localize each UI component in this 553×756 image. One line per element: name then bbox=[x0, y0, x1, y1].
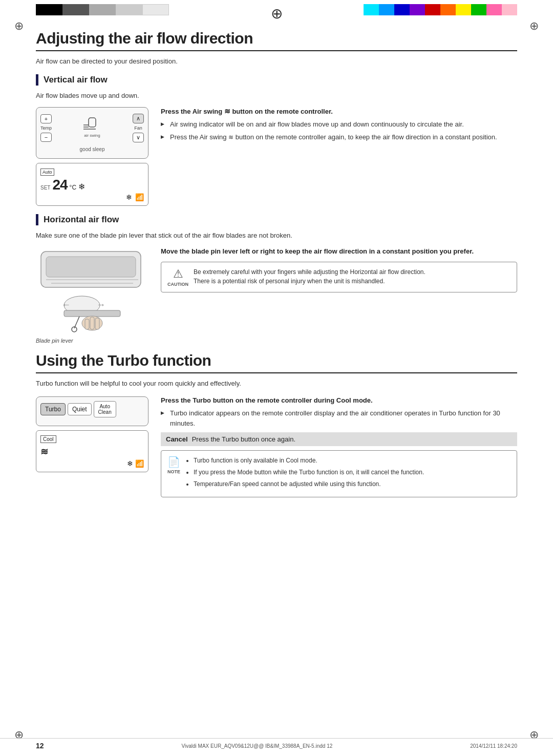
swatch-cyan bbox=[364, 4, 379, 15]
remote-display: Auto SET 24 °C ❄ ❄ 📶 bbox=[36, 163, 148, 206]
swatch-mid-gray bbox=[89, 4, 116, 15]
remote-bottom-icons: ❄ 📶 bbox=[40, 193, 144, 201]
signal-icon: 📶 bbox=[135, 193, 144, 201]
turbo-press-prefix: Press the bbox=[161, 396, 193, 404]
horizontal-instruction-text: Move the blade pin lever left or right t… bbox=[161, 247, 474, 255]
section1-title: Adjusting the air flow direction bbox=[36, 30, 517, 51]
note-item-1: Turbo function is only available in Cool… bbox=[194, 456, 424, 466]
quiet-btn[interactable]: Quiet bbox=[68, 403, 92, 415]
svg-rect-12 bbox=[64, 310, 120, 317]
vertical-airflow-content: + Temp − air swing bbox=[36, 107, 517, 206]
turbo-remote-col: Turbo Quiet AutoClean Cool ≋ ❄ 📶 bbox=[36, 396, 148, 472]
note-icon-group: 📄 NOTE bbox=[167, 456, 180, 474]
good-sleep-label: good sleep bbox=[40, 146, 144, 152]
remote-top-illustration: + Temp − air swing bbox=[36, 107, 148, 159]
section2-subtitle: Turbo function will be helpful to cool y… bbox=[36, 380, 517, 387]
temp-label: Temp bbox=[40, 125, 52, 131]
remote-top-row: + Temp − air swing bbox=[40, 112, 144, 144]
svg-rect-16 bbox=[85, 319, 89, 329]
temp-minus-btn[interactable]: − bbox=[40, 133, 52, 142]
turbo-display-icons: ❄ 📶 bbox=[40, 459, 144, 468]
horizontal-bold-instruction: Move the blade pin lever left or right t… bbox=[161, 246, 517, 257]
horizontal-airflow-heading: Horizontal air flow bbox=[36, 214, 517, 225]
note-label: NOTE bbox=[167, 469, 180, 474]
svg-text:→: → bbox=[96, 300, 105, 310]
swatch-orange bbox=[440, 4, 456, 15]
vertical-body-text: Air flow blades move up and down. bbox=[36, 91, 517, 101]
swatch-white bbox=[142, 4, 169, 15]
page-footer: 12 Vivaldi MAX EUR_AQV09&12U@@ IB&IM_339… bbox=[0, 738, 553, 750]
turbo-signal-icon: 📶 bbox=[135, 459, 144, 468]
footer-file: Vivaldi MAX EUR_AQV09&12U@@ IB&IM_33988A… bbox=[182, 743, 333, 749]
turbo-instructions-col: Press the Turbo button on the remote con… bbox=[161, 396, 517, 497]
horizontal-airflow-content: ← → Blade pin lever Move the bl bbox=[36, 246, 517, 344]
turbo-remote: Turbo Quiet AutoClean bbox=[36, 396, 148, 426]
quiet-btn-label: Quiet bbox=[72, 406, 87, 413]
fan-arrows: ∧ Fan ∨ bbox=[133, 114, 144, 142]
caution-box: ⚠ CAUTION Be extremely careful with your… bbox=[161, 262, 517, 292]
section1-subtitle: Air flow can be directed to your desired… bbox=[36, 57, 517, 65]
turbo-section: Using the Turbo function Turbo function … bbox=[36, 352, 517, 497]
note-list: Turbo function is only available in Cool… bbox=[185, 456, 424, 492]
fan-down-btn[interactable]: ∨ bbox=[133, 133, 144, 142]
grayscale-swatches bbox=[36, 4, 169, 15]
auto-clean-btn[interactable]: AutoClean bbox=[94, 401, 116, 417]
swatch-blue bbox=[394, 4, 410, 15]
temp-plus-btn[interactable]: + bbox=[40, 114, 52, 123]
turbo-display: Cool ≋ ❄ 📶 bbox=[36, 430, 148, 472]
reg-mark-tr: ⊕ bbox=[529, 19, 539, 33]
vertical-remote-col: + Temp − air swing bbox=[36, 107, 148, 206]
turbo-instruction: Press the Turbo button on the remote con… bbox=[161, 396, 517, 404]
turbo-btn-label: Turbo bbox=[45, 406, 61, 413]
airswing-symbol: ≋ bbox=[224, 107, 230, 115]
vertical-instructions-col: Press the Air swing ≋ button on the remo… bbox=[161, 107, 517, 145]
swatch-light-gray bbox=[116, 4, 142, 15]
note-document-icon: 📄 bbox=[167, 456, 180, 468]
vertical-instruction: Press the Air swing ≋ button on the remo… bbox=[161, 107, 517, 115]
svg-rect-17 bbox=[90, 317, 94, 329]
horizontal-body-text: Make sure one of the blade pin lever tha… bbox=[36, 230, 517, 241]
section2-title: Using the Turbo function bbox=[36, 352, 517, 373]
fan-label: Fan bbox=[134, 125, 142, 131]
fan-up-btn[interactable]: ∧ bbox=[133, 114, 144, 123]
horizontal-airflow-label: Horizontal air flow bbox=[44, 215, 119, 225]
horizontal-instructions-col: Move the blade pin lever left or right t… bbox=[161, 246, 517, 292]
note-item-2: If you press the Mode button while the T… bbox=[194, 468, 424, 477]
page-content: Adjusting the air flow direction Air flo… bbox=[0, 25, 553, 516]
swatch-dark-gray bbox=[62, 4, 89, 15]
temp-display-row: SET 24 °C ❄ bbox=[40, 177, 144, 193]
color-swatches bbox=[364, 4, 517, 15]
swatch-black bbox=[36, 4, 62, 15]
temp-plus-minus: + Temp − bbox=[40, 114, 52, 142]
blue-bar-vertical bbox=[36, 74, 38, 86]
svg-text:air swing: air swing bbox=[84, 133, 100, 138]
vertical-instruction-suffix: button on the remote controller. bbox=[230, 108, 333, 115]
turbo-btn-row: Turbo Quiet AutoClean bbox=[40, 401, 144, 417]
temp-unit: °C bbox=[70, 184, 76, 191]
vertical-airflow-label: Vertical air flow bbox=[44, 75, 108, 85]
set-label: SET bbox=[40, 185, 50, 191]
caution-label: CAUTION bbox=[167, 282, 188, 287]
swatch-green bbox=[471, 4, 486, 15]
fan-icon: ❄ bbox=[126, 193, 132, 201]
svg-text:←: ← bbox=[61, 300, 71, 310]
turbo-wave-icon: ≋ bbox=[40, 446, 144, 457]
caution-text: Be extremely careful with your fingers w… bbox=[194, 267, 426, 286]
temp-value: 24 bbox=[52, 177, 67, 193]
note-box: 📄 NOTE Turbo function is only available … bbox=[161, 450, 517, 497]
cancel-box: Cancel Press the Turbo button once again… bbox=[161, 432, 517, 446]
swatch-purple bbox=[410, 4, 425, 15]
svg-rect-0 bbox=[89, 118, 96, 127]
remote-auto: Auto bbox=[40, 169, 54, 176]
blue-bar-horizontal bbox=[36, 214, 38, 225]
page-number: 12 bbox=[36, 742, 44, 750]
swatch-light-pink bbox=[502, 4, 517, 15]
air-swing-icon: air swing bbox=[75, 112, 109, 144]
caution-content: Be extremely careful with your fingers w… bbox=[194, 268, 426, 285]
vertical-bullet-1: Air swing indicator will be on and air f… bbox=[161, 119, 517, 130]
turbo-btn[interactable]: Turbo bbox=[40, 403, 66, 415]
turbo-bullet-list: Turbo indicator appears on the remote co… bbox=[161, 408, 517, 428]
caution-icon-group: ⚠ CAUTION bbox=[167, 267, 188, 287]
vertical-bullet-2: Press the Air swing ≋ button on the remo… bbox=[161, 132, 517, 142]
ac-unit-col: ← → Blade pin lever bbox=[36, 246, 148, 344]
